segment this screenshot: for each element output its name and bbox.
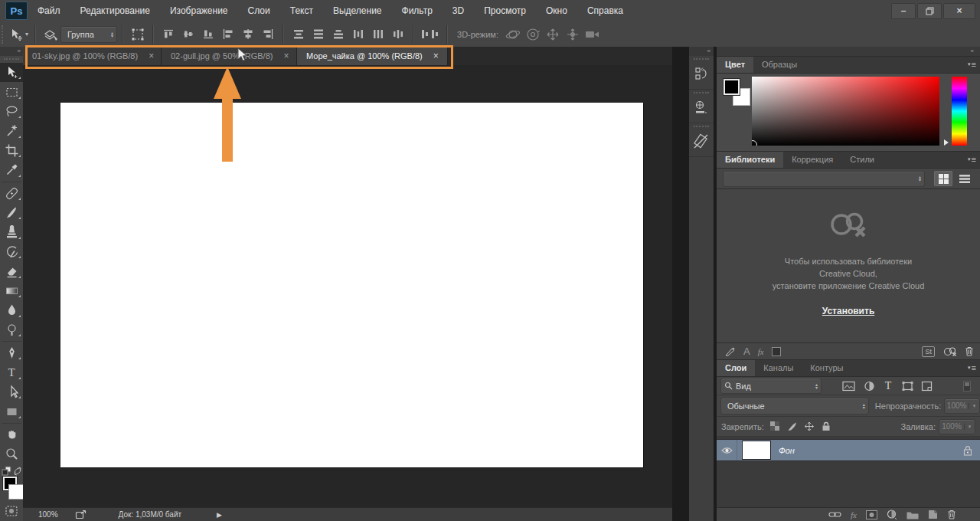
lock-transparency-button[interactable]	[767, 420, 784, 434]
panel-collapse-button[interactable]: »	[717, 47, 980, 57]
filter-type-layers-button[interactable]: T	[880, 379, 897, 393]
type-tool[interactable]: T	[0, 362, 23, 382]
hue-slider-marker[interactable]	[944, 139, 949, 146]
pen-tool[interactable]	[0, 343, 23, 362]
zoom-tool[interactable]	[0, 444, 23, 464]
tab-paths[interactable]: Контуры	[802, 360, 851, 376]
history-panel-button[interactable]	[689, 56, 714, 90]
menu-file[interactable]: Файл	[28, 0, 70, 21]
dock-expand-button[interactable]: «	[689, 47, 714, 56]
filter-pixel-layers-button[interactable]	[840, 379, 857, 393]
status-options-icon[interactable]: ▶	[217, 511, 222, 519]
filter-smart-objects-button[interactable]	[918, 379, 935, 393]
filter-type-select[interactable]: Вид ▴▾	[720, 378, 822, 394]
threed-orbit-button[interactable]	[505, 25, 521, 44]
brush-tool[interactable]	[0, 203, 23, 222]
options-grip[interactable]	[2, 25, 7, 44]
history-brush-tool[interactable]	[0, 242, 23, 261]
hand-tool[interactable]	[0, 425, 23, 444]
menu-edit[interactable]: Редактирование	[70, 0, 160, 21]
chevron-down-icon[interactable]: ▾	[969, 403, 979, 409]
distribute-hcenter-button[interactable]	[370, 25, 387, 44]
eyedropper-tool[interactable]	[0, 160, 23, 179]
chevron-down-icon[interactable]: ▾	[964, 424, 975, 430]
path-select-tool[interactable]	[0, 382, 23, 401]
lock-pixels-button[interactable]	[784, 420, 801, 434]
document-size-info[interactable]: Док: 1,03М/0 байт	[119, 510, 182, 519]
threed-roll-button[interactable]	[524, 25, 541, 44]
close-button[interactable]: ×	[943, 3, 975, 19]
new-layer-button[interactable]	[928, 510, 938, 519]
swap-colors-icon[interactable]	[13, 466, 23, 476]
quick-mask-button[interactable]	[0, 502, 23, 521]
restore-button[interactable]	[917, 3, 942, 19]
install-link[interactable]: Установить	[822, 306, 875, 316]
menu-select[interactable]: Выделение	[323, 0, 392, 21]
filter-toggle-switch[interactable]	[959, 379, 975, 393]
saturation-brightness-field[interactable]	[752, 77, 939, 146]
add-graphic-button[interactable]	[724, 346, 736, 357]
gradient-tool[interactable]	[0, 281, 23, 300]
magic-wand-tool[interactable]	[0, 121, 23, 140]
layer-thumbnail[interactable]	[742, 441, 771, 460]
crop-tool[interactable]	[0, 141, 23, 160]
align-vcenter-button[interactable]	[180, 25, 197, 44]
panel-menu-icon[interactable]: ▾≡	[968, 59, 976, 70]
delete-button[interactable]	[965, 346, 974, 356]
add-layer-style-button[interactable]: fx	[758, 347, 764, 356]
adobe-stock-button[interactable]: St	[922, 346, 935, 357]
threed-slide-button[interactable]	[564, 25, 581, 44]
add-character-style-button[interactable]: A	[743, 346, 750, 357]
menu-window[interactable]: Окно	[536, 0, 577, 21]
opacity-select[interactable]: 100% ▾	[944, 398, 980, 414]
share-icon[interactable]	[75, 510, 87, 519]
tab-adjustments[interactable]: Коррекция	[783, 152, 841, 168]
tab-layers[interactable]: Слои	[717, 360, 755, 376]
panel-menu-icon[interactable]: ▾≡	[968, 362, 976, 373]
distribute-bottom-button[interactable]	[330, 25, 347, 44]
align-bottom-button[interactable]	[200, 25, 217, 44]
threed-camera-button[interactable]	[584, 25, 601, 44]
distribute-top-button[interactable]	[290, 25, 307, 44]
menu-type[interactable]: Текст	[280, 0, 323, 21]
move-tool-preset[interactable]: ▾	[8, 25, 28, 44]
group-select[interactable]: Группа ▴▾	[60, 26, 117, 43]
align-top-button[interactable]	[160, 25, 177, 44]
new-group-button[interactable]	[906, 510, 919, 519]
menu-image[interactable]: Изображение	[160, 0, 238, 21]
blur-tool[interactable]	[0, 300, 23, 319]
menu-filter[interactable]: Фильтр	[392, 0, 443, 21]
toolbar-collapse-button[interactable]: »	[0, 47, 23, 56]
healing-brush-tool[interactable]	[0, 184, 23, 203]
document-canvas[interactable]	[60, 103, 643, 467]
tab-channels[interactable]: Каналы	[755, 360, 802, 376]
minimize-button[interactable]: –	[891, 3, 916, 19]
add-adjustment-button[interactable]	[887, 510, 897, 519]
auto-select-button[interactable]	[42, 25, 59, 44]
filter-adjustment-layers-button[interactable]	[861, 379, 877, 393]
distribute-left-button[interactable]	[350, 25, 367, 44]
distribute-vcenter-button[interactable]	[310, 25, 327, 44]
layer-name[interactable]: Фон	[779, 446, 795, 455]
tab-libraries[interactable]: Библиотеки	[717, 152, 783, 168]
dodge-tool[interactable]	[0, 320, 23, 339]
align-right-button[interactable]	[260, 25, 276, 44]
layer-row-background[interactable]: Фон	[717, 439, 980, 461]
library-select[interactable]: ▴▾	[723, 171, 925, 187]
zoom-level[interactable]: 100%	[38, 510, 58, 519]
lasso-tool[interactable]	[0, 102, 23, 121]
align-hcenter-button[interactable]	[240, 25, 256, 44]
libraries-panel-button[interactable]	[689, 123, 714, 157]
move-tool[interactable]	[0, 63, 23, 82]
distribute-spacing-buttons[interactable]	[420, 25, 440, 44]
menu-3d[interactable]: 3D	[443, 0, 474, 21]
distribute-right-button[interactable]	[390, 25, 407, 44]
lock-all-button[interactable]	[818, 420, 835, 434]
hue-ramp[interactable]	[952, 77, 967, 146]
background-color-swatch[interactable]	[8, 484, 24, 500]
layer-style-button[interactable]: fx	[851, 510, 857, 519]
cc-sync-button[interactable]	[942, 346, 957, 357]
grid-view-button[interactable]	[934, 171, 952, 186]
properties-panel-button[interactable]	[689, 90, 714, 123]
threed-pan-button[interactable]	[544, 25, 561, 44]
